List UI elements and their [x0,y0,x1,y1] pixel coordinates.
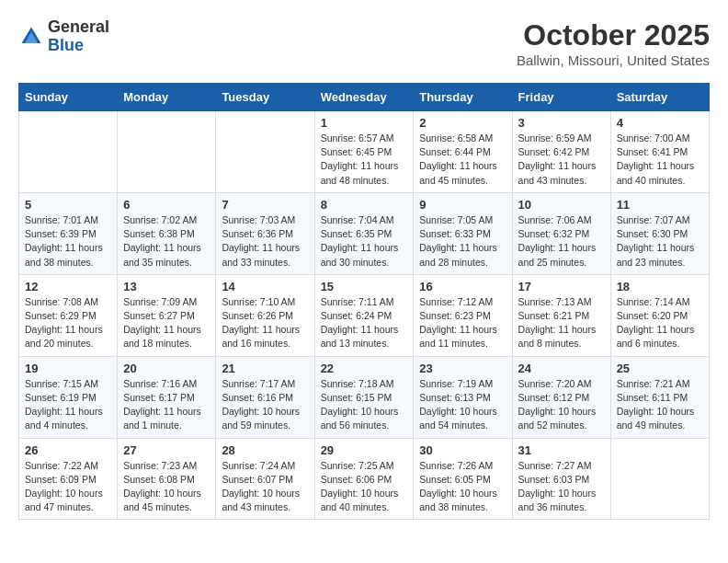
calendar-cell: 2Sunrise: 6:58 AM Sunset: 6:44 PM Daylig… [414,111,512,193]
title-area: October 2025 Ballwin, Missouri, United S… [517,18,710,68]
day-info: Sunrise: 7:19 AM Sunset: 6:13 PM Dayligh… [419,377,506,433]
calendar-cell: 8Sunrise: 7:04 AM Sunset: 6:35 PM Daylig… [314,192,414,274]
day-info: Sunrise: 7:14 AM Sunset: 6:20 PM Dayligh… [617,295,703,351]
day-number: 24 [518,362,605,375]
day-info: Sunrise: 7:18 AM Sunset: 6:15 PM Dayligh… [321,377,408,433]
logo-icon [18,24,44,50]
day-number: 26 [25,443,111,457]
calendar-cell: 19Sunrise: 7:15 AM Sunset: 6:19 PM Dayli… [19,356,118,438]
calendar-cell: 18Sunrise: 7:14 AM Sunset: 6:20 PM Dayli… [610,274,709,356]
calendar-row-1: 1Sunrise: 6:57 AM Sunset: 6:45 PM Daylig… [19,111,710,193]
calendar-cell: 14Sunrise: 7:10 AM Sunset: 6:26 PM Dayli… [216,274,314,356]
day-number: 11 [617,198,703,212]
weekday-header-wednesday: Wednesday [314,84,414,111]
day-info: Sunrise: 7:13 AM Sunset: 6:21 PM Dayligh… [518,295,605,351]
day-info: Sunrise: 7:08 AM Sunset: 6:29 PM Dayligh… [25,295,111,351]
calendar-table: SundayMondayTuesdayWednesdayThursdayFrid… [18,83,710,520]
day-number: 6 [123,198,210,212]
calendar-cell: 22Sunrise: 7:18 AM Sunset: 6:15 PM Dayli… [314,356,414,438]
day-info: Sunrise: 7:27 AM Sunset: 6:03 PM Dayligh… [518,459,605,515]
day-info: Sunrise: 6:58 AM Sunset: 6:44 PM Dayligh… [419,132,506,188]
weekday-header-tuesday: Tuesday [216,84,314,111]
calendar-cell: 20Sunrise: 7:16 AM Sunset: 6:17 PM Dayli… [118,356,216,438]
day-number: 29 [321,443,408,457]
day-number: 17 [518,280,605,293]
day-number: 12 [25,280,111,293]
day-number: 1 [321,116,408,130]
calendar-cell: 23Sunrise: 7:19 AM Sunset: 6:13 PM Dayli… [414,356,512,438]
calendar-cell: 30Sunrise: 7:26 AM Sunset: 6:05 PM Dayli… [414,438,512,520]
day-number: 8 [321,198,408,212]
day-number: 16 [419,280,506,293]
calendar-cell: 26Sunrise: 7:22 AM Sunset: 6:09 PM Dayli… [19,438,118,520]
calendar-cell: 27Sunrise: 7:23 AM Sunset: 6:08 PM Dayli… [118,438,216,520]
day-info: Sunrise: 7:04 AM Sunset: 6:35 PM Dayligh… [321,213,408,270]
day-number: 15 [321,280,408,293]
day-info: Sunrise: 7:00 AM Sunset: 6:41 PM Dayligh… [617,132,703,188]
day-number: 14 [222,280,308,293]
logo-text: General Blue [48,18,109,55]
calendar-cell [19,111,118,193]
calendar-cell: 9Sunrise: 7:05 AM Sunset: 6:33 PM Daylig… [414,192,512,274]
weekday-header-monday: Monday [118,84,216,111]
day-number: 23 [419,362,506,375]
day-number: 4 [617,116,703,130]
day-number: 20 [123,362,210,375]
calendar-cell: 4Sunrise: 7:00 AM Sunset: 6:41 PM Daylig… [610,111,709,193]
calendar-cell: 3Sunrise: 6:59 AM Sunset: 6:42 PM Daylig… [512,111,610,193]
calendar-cell: 7Sunrise: 7:03 AM Sunset: 6:36 PM Daylig… [216,192,314,274]
calendar-row-3: 12Sunrise: 7:08 AM Sunset: 6:29 PM Dayli… [19,274,710,356]
day-number: 7 [222,198,308,212]
calendar-cell: 25Sunrise: 7:21 AM Sunset: 6:11 PM Dayli… [610,356,709,438]
day-number: 19 [25,362,111,375]
logo-blue: Blue [48,37,109,55]
calendar-cell: 17Sunrise: 7:13 AM Sunset: 6:21 PM Dayli… [512,274,610,356]
day-info: Sunrise: 7:12 AM Sunset: 6:23 PM Dayligh… [419,295,506,351]
day-number: 25 [617,362,703,375]
calendar-cell [118,111,216,193]
calendar-header: General Blue October 2025 Ballwin, Misso… [18,18,710,68]
day-info: Sunrise: 7:20 AM Sunset: 6:12 PM Dayligh… [518,377,605,433]
day-info: Sunrise: 7:10 AM Sunset: 6:26 PM Dayligh… [222,295,308,351]
day-info: Sunrise: 7:15 AM Sunset: 6:19 PM Dayligh… [25,377,111,433]
calendar-cell: 21Sunrise: 7:17 AM Sunset: 6:16 PM Dayli… [216,356,314,438]
day-info: Sunrise: 6:57 AM Sunset: 6:45 PM Dayligh… [321,132,408,188]
day-info: Sunrise: 7:26 AM Sunset: 6:05 PM Dayligh… [419,459,506,515]
day-number: 27 [123,443,210,457]
calendar-cell: 29Sunrise: 7:25 AM Sunset: 6:06 PM Dayli… [314,438,414,520]
day-number: 9 [419,198,506,212]
calendar-cell: 1Sunrise: 6:57 AM Sunset: 6:45 PM Daylig… [314,111,414,193]
calendar-cell: 28Sunrise: 7:24 AM Sunset: 6:07 PM Dayli… [216,438,314,520]
calendar-cell: 16Sunrise: 7:12 AM Sunset: 6:23 PM Dayli… [414,274,512,356]
day-number: 3 [518,116,605,130]
calendar-row-5: 26Sunrise: 7:22 AM Sunset: 6:09 PM Dayli… [19,438,710,520]
day-number: 18 [617,280,703,293]
day-info: Sunrise: 7:21 AM Sunset: 6:11 PM Dayligh… [617,377,703,433]
day-number: 28 [222,443,308,457]
day-info: Sunrise: 6:59 AM Sunset: 6:42 PM Dayligh… [518,132,605,188]
day-number: 30 [419,443,506,457]
calendar-cell: 12Sunrise: 7:08 AM Sunset: 6:29 PM Dayli… [19,274,118,356]
calendar-title: October 2025 [517,18,710,52]
day-info: Sunrise: 7:09 AM Sunset: 6:27 PM Dayligh… [123,295,210,351]
calendar-cell: 15Sunrise: 7:11 AM Sunset: 6:24 PM Dayli… [314,274,414,356]
calendar-cell: 13Sunrise: 7:09 AM Sunset: 6:27 PM Dayli… [118,274,216,356]
day-info: Sunrise: 7:16 AM Sunset: 6:17 PM Dayligh… [123,377,210,433]
day-info: Sunrise: 7:07 AM Sunset: 6:30 PM Dayligh… [617,213,703,270]
logo: General Blue [18,18,109,55]
calendar-cell: 5Sunrise: 7:01 AM Sunset: 6:39 PM Daylig… [19,192,118,274]
calendar-cell [216,111,314,193]
calendar-row-4: 19Sunrise: 7:15 AM Sunset: 6:19 PM Dayli… [19,356,710,438]
day-info: Sunrise: 7:17 AM Sunset: 6:16 PM Dayligh… [222,377,308,433]
logo-general: General [48,18,109,37]
day-number: 21 [222,362,308,375]
day-info: Sunrise: 7:02 AM Sunset: 6:38 PM Dayligh… [123,213,210,270]
day-info: Sunrise: 7:01 AM Sunset: 6:39 PM Dayligh… [25,213,111,270]
weekday-header-thursday: Thursday [414,84,512,111]
calendar-cell: 24Sunrise: 7:20 AM Sunset: 6:12 PM Dayli… [512,356,610,438]
day-number: 31 [518,443,605,457]
weekday-header-row: SundayMondayTuesdayWednesdayThursdayFrid… [19,84,710,111]
day-info: Sunrise: 7:23 AM Sunset: 6:08 PM Dayligh… [123,459,210,515]
calendar-cell: 6Sunrise: 7:02 AM Sunset: 6:38 PM Daylig… [118,192,216,274]
weekday-header-friday: Friday [512,84,610,111]
